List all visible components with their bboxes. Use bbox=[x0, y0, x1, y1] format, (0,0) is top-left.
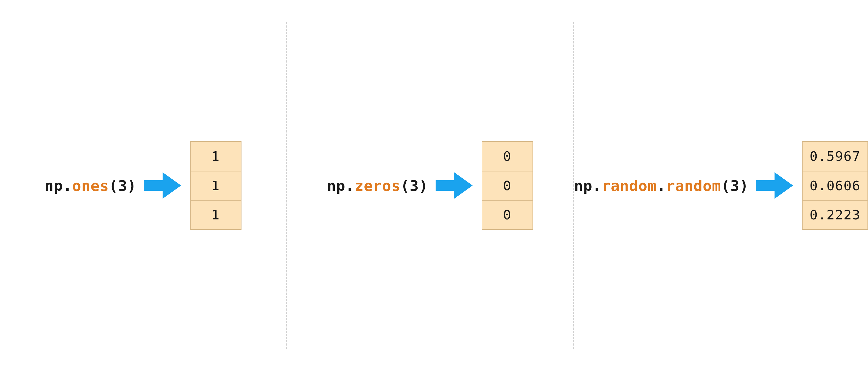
arrow-icon bbox=[756, 170, 793, 201]
code-arg: 3 bbox=[410, 177, 419, 194]
svg-marker-0 bbox=[144, 172, 181, 199]
code-lp: ( bbox=[109, 177, 118, 194]
code-arg: 3 bbox=[118, 177, 127, 194]
panel-random: np.random.random(3) 0.5967 0.0606 0.2223 bbox=[574, 0, 868, 371]
array-cell: 1 bbox=[191, 142, 241, 171]
code-rp: ) bbox=[740, 177, 749, 194]
code-np: np bbox=[44, 177, 63, 194]
code-rp: ) bbox=[127, 177, 136, 194]
svg-marker-2 bbox=[756, 172, 793, 199]
code-lp: ( bbox=[401, 177, 410, 194]
code-dot: . bbox=[657, 177, 666, 194]
panel-zeros: np.zeros(3) 0 0 0 bbox=[287, 0, 573, 371]
array-cell: 1 bbox=[191, 171, 241, 200]
array-ones: 1 1 1 bbox=[190, 141, 242, 230]
svg-marker-1 bbox=[436, 172, 473, 199]
array-random: 0.5967 0.0606 0.2223 bbox=[802, 141, 868, 230]
code-np: np bbox=[574, 177, 592, 194]
code-func: random bbox=[666, 177, 721, 194]
arrow-icon bbox=[144, 170, 181, 201]
array-cell: 1 bbox=[191, 200, 241, 229]
panel-group: np.random.random(3) 0.5967 0.0606 0.2223 bbox=[574, 141, 868, 230]
array-cell: 0 bbox=[482, 200, 532, 229]
array-cell: 0 bbox=[482, 171, 532, 200]
code-lp: ( bbox=[721, 177, 730, 194]
code-arg: 3 bbox=[730, 177, 740, 194]
panel-group: np.zeros(3) 0 0 0 bbox=[327, 141, 533, 230]
panel-ones: np.ones(3) 1 1 1 bbox=[0, 0, 286, 371]
code-func: zeros bbox=[354, 177, 401, 194]
array-zeros: 0 0 0 bbox=[482, 141, 533, 230]
array-cell: 0 bbox=[482, 142, 532, 171]
code-dot: . bbox=[63, 177, 72, 194]
code-rp: ) bbox=[419, 177, 428, 194]
array-cell: 0.2223 bbox=[803, 200, 867, 229]
code-func: ones bbox=[72, 177, 109, 194]
diagram-root: np.ones(3) 1 1 1 np.zeros(3) bbox=[0, 0, 868, 371]
code-dot: . bbox=[345, 177, 354, 194]
code-np: np bbox=[327, 177, 345, 194]
array-cell: 0.5967 bbox=[803, 142, 867, 171]
arrow-icon bbox=[436, 170, 473, 201]
array-cell: 0.0606 bbox=[803, 171, 867, 200]
code-dot: . bbox=[592, 177, 601, 194]
code-zeros: np.zeros(3) bbox=[327, 177, 428, 194]
panel-group: np.ones(3) 1 1 1 bbox=[44, 141, 241, 230]
code-module: random bbox=[601, 177, 657, 194]
code-random: np.random.random(3) bbox=[574, 177, 749, 194]
code-ones: np.ones(3) bbox=[44, 177, 136, 194]
